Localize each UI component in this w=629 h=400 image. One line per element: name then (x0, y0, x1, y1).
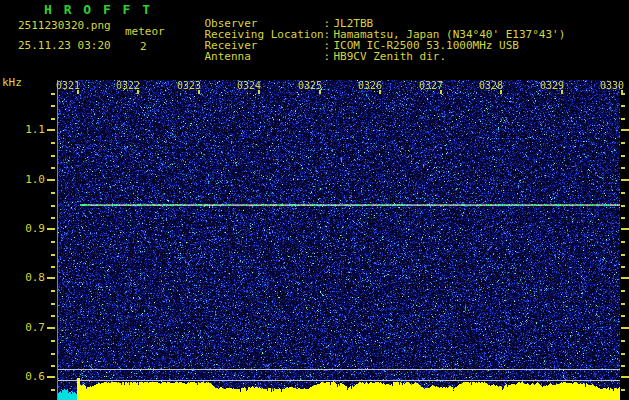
freq-minor-tick (621, 365, 625, 367)
plot-left-border (57, 80, 58, 400)
freq-minor-tick (51, 266, 55, 268)
freq-minor-tick (621, 217, 625, 219)
freq-tick (621, 277, 629, 279)
freq-minor-tick (621, 353, 625, 355)
freq-minor-tick (51, 142, 55, 144)
filename-label: 2511230320.png (18, 20, 111, 31)
freq-tick (621, 129, 629, 131)
freq-minor-tick (51, 192, 55, 194)
freq-tick (47, 327, 55, 329)
freq-tick (47, 179, 55, 181)
info-row-receiver: Receiver:ICOM IC-R2500 53.1000MHz USB (178, 29, 519, 40)
freq-minor-tick (51, 167, 55, 169)
freq-minor-tick (51, 254, 55, 256)
time-tick (137, 90, 139, 94)
freq-minor-tick (621, 205, 625, 207)
info-label: Antenna (205, 51, 324, 62)
freq-minor-tick (621, 142, 625, 144)
freq-tick (47, 129, 55, 131)
time-tick-label: 0324 (231, 81, 261, 91)
time-tick (258, 90, 260, 94)
freq-minor-tick (51, 315, 55, 317)
freq-tick-label: 0.7 (1, 322, 45, 333)
freq-minor-tick (621, 340, 625, 342)
info-row-antenna: Antenna:HB9CV Zenith dir. (178, 40, 446, 51)
time-tick-label: 0328 (473, 81, 503, 91)
freq-minor-tick (51, 389, 55, 391)
time-tick (500, 90, 502, 94)
freq-tick (621, 179, 629, 181)
freq-tick (621, 228, 629, 230)
freq-minor-tick (621, 315, 625, 317)
freq-minor-tick (51, 105, 55, 107)
freq-minor-tick (621, 192, 625, 194)
hrofft-screen: H R O F F T 2511230320.png meteor 25.11.… (0, 0, 629, 400)
freq-tick (621, 327, 629, 329)
app-title: H R O F F T (44, 3, 152, 17)
time-tick-label: 0325 (292, 81, 322, 91)
freq-minor-tick (621, 167, 625, 169)
khz-axis-label: kHz (2, 77, 22, 88)
time-tick (379, 90, 381, 94)
info-row-location: Receiving Location:Hamamatsu, Japan (N34… (178, 18, 565, 29)
info-row-observer: Observer:JL2TBB (178, 7, 373, 18)
freq-minor-tick (621, 303, 625, 305)
freq-minor-tick (51, 217, 55, 219)
freq-minor-tick (51, 340, 55, 342)
time-tick-label: 0321 (50, 81, 80, 91)
time-tick (561, 90, 563, 94)
freq-tick (621, 376, 629, 378)
freq-minor-tick (621, 155, 625, 157)
time-tick-label: 0330 (594, 81, 624, 91)
freq-minor-tick (51, 290, 55, 292)
time-tick (621, 90, 623, 94)
freq-tick-label: 0.8 (1, 272, 45, 283)
freq-minor-tick (621, 290, 625, 292)
freq-minor-tick (51, 93, 55, 95)
freq-minor-tick (621, 254, 625, 256)
datetime-label: 25.11.23 03:20 (18, 40, 111, 51)
spectrogram-canvas (58, 80, 620, 400)
freq-tick-label: 0.9 (1, 223, 45, 234)
freq-minor-tick (51, 241, 55, 243)
freq-tick (47, 277, 55, 279)
freq-minor-tick (51, 353, 55, 355)
freq-tick-label: 0.6 (1, 371, 45, 382)
freq-minor-tick (621, 105, 625, 107)
time-tick (198, 90, 200, 94)
time-tick (319, 90, 321, 94)
freq-tick (47, 228, 55, 230)
time-tick (77, 90, 79, 94)
freq-minor-tick (621, 266, 625, 268)
freq-minor-tick (51, 303, 55, 305)
freq-minor-tick (621, 389, 625, 391)
freq-minor-tick (621, 241, 625, 243)
freq-minor-tick (51, 365, 55, 367)
freq-minor-tick (51, 118, 55, 120)
freq-minor-tick (51, 155, 55, 157)
time-tick-label: 0326 (352, 81, 382, 91)
info-separator: : (324, 51, 334, 62)
freq-tick-label: 1.0 (1, 174, 45, 185)
info-value: HB9CV Zenith dir. (334, 50, 447, 63)
time-tick (440, 90, 442, 94)
time-tick-label: 0322 (110, 81, 140, 91)
mode-label: meteor (125, 26, 165, 37)
time-tick-label: 0329 (534, 81, 564, 91)
time-tick-label: 0323 (171, 81, 201, 91)
freq-minor-tick (621, 118, 625, 120)
freq-tick (47, 376, 55, 378)
time-tick-label: 0327 (413, 81, 443, 91)
meteor-count: 2 (140, 41, 147, 52)
freq-minor-tick (51, 205, 55, 207)
freq-tick-label: 1.1 (1, 124, 45, 135)
